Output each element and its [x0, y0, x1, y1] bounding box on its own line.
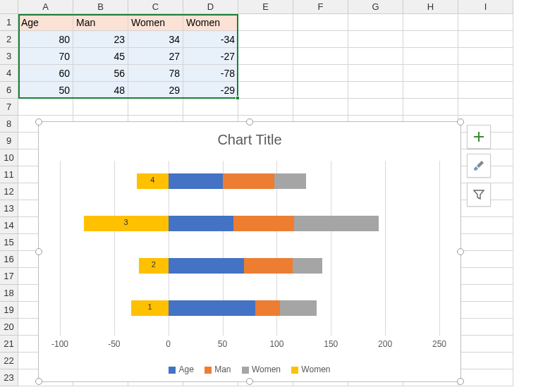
- selection-fill-handle[interactable]: [236, 96, 240, 100]
- empty-cell[interactable]: [238, 99, 293, 116]
- empty-cell[interactable]: [348, 48, 403, 65]
- empty-cell[interactable]: [458, 285, 513, 302]
- row-header-20[interactable]: 20: [0, 319, 18, 336]
- cell-C1[interactable]: Women: [128, 14, 183, 31]
- chart-resize-handle[interactable]: [457, 248, 464, 255]
- chart-resize-handle[interactable]: [457, 118, 464, 125]
- cell-C3[interactable]: 27: [128, 48, 183, 65]
- chart-title[interactable]: Chart Title: [39, 132, 460, 148]
- row-header-17[interactable]: 17: [0, 268, 18, 285]
- empty-cell[interactable]: [458, 234, 513, 251]
- empty-cell[interactable]: [18, 99, 73, 116]
- cell-C4[interactable]: 78: [128, 65, 183, 82]
- chart-resize-handle[interactable]: [457, 378, 464, 385]
- col-header-G[interactable]: G: [348, 0, 403, 14]
- empty-cell[interactable]: [293, 82, 348, 99]
- select-all-corner[interactable]: [0, 0, 18, 14]
- col-header-B[interactable]: B: [73, 0, 128, 14]
- chart-elements-button[interactable]: [467, 125, 491, 149]
- chart-object[interactable]: Chart Title 4 3: [38, 121, 461, 382]
- cell-A1[interactable]: Age: [18, 14, 73, 31]
- col-header-C[interactable]: C: [128, 0, 183, 14]
- cell-D6[interactable]: -29: [183, 82, 238, 99]
- empty-cell[interactable]: [238, 31, 293, 48]
- cell-D3[interactable]: -27: [183, 48, 238, 65]
- cell-C2[interactable]: 34: [128, 31, 183, 48]
- chart-filters-button[interactable]: [467, 183, 491, 207]
- empty-cell[interactable]: [458, 268, 513, 285]
- empty-cell[interactable]: [458, 217, 513, 234]
- empty-cell[interactable]: [403, 14, 458, 31]
- empty-cell[interactable]: [238, 82, 293, 99]
- empty-cell[interactable]: [458, 14, 513, 31]
- row-header-22[interactable]: 22: [0, 353, 18, 369]
- empty-cell[interactable]: [458, 369, 513, 386]
- cell-B3[interactable]: 45: [73, 48, 128, 65]
- col-header-E[interactable]: E: [238, 0, 293, 14]
- plot-area[interactable]: 4 3 2: [60, 161, 439, 336]
- col-header-D[interactable]: D: [183, 0, 238, 14]
- empty-cell[interactable]: [403, 99, 458, 116]
- empty-cell[interactable]: [458, 336, 513, 353]
- row-header-8[interactable]: 8: [0, 116, 18, 133]
- cell-A6[interactable]: 50: [18, 82, 73, 99]
- row-header-21[interactable]: 21: [0, 336, 18, 353]
- empty-cell[interactable]: [458, 82, 513, 99]
- col-header-F[interactable]: F: [293, 0, 348, 14]
- row-header-10[interactable]: 10: [0, 149, 18, 166]
- empty-cell[interactable]: [458, 48, 513, 65]
- empty-cell[interactable]: [293, 99, 348, 116]
- cell-B2[interactable]: 23: [73, 31, 128, 48]
- row-header-14[interactable]: 14: [0, 217, 18, 234]
- empty-cell[interactable]: [403, 82, 458, 99]
- chart-resize-handle[interactable]: [35, 118, 42, 125]
- row-header-1[interactable]: 1: [0, 14, 18, 31]
- row-header-2[interactable]: 2: [0, 31, 18, 48]
- cell-A3[interactable]: 70: [18, 48, 73, 65]
- empty-cell[interactable]: [238, 65, 293, 82]
- chart-resize-handle[interactable]: [35, 248, 42, 255]
- empty-cell[interactable]: [458, 353, 513, 369]
- empty-cell[interactable]: [348, 14, 403, 31]
- cell-D2[interactable]: -34: [183, 31, 238, 48]
- empty-cell[interactable]: [403, 31, 458, 48]
- empty-cell[interactable]: [348, 65, 403, 82]
- row-header-15[interactable]: 15: [0, 234, 18, 251]
- chart-legend[interactable]: Age Man Women Women: [39, 365, 460, 374]
- row-header-3[interactable]: 3: [0, 48, 18, 65]
- row-header-9[interactable]: 9: [0, 133, 18, 149]
- cell-A2[interactable]: 80: [18, 31, 73, 48]
- chart-resize-handle[interactable]: [246, 118, 253, 125]
- row-header-6[interactable]: 6: [0, 82, 18, 99]
- row-header-23[interactable]: 23: [0, 369, 18, 386]
- empty-cell[interactable]: [293, 48, 348, 65]
- empty-cell[interactable]: [458, 302, 513, 319]
- empty-cell[interactable]: [403, 65, 458, 82]
- empty-cell[interactable]: [293, 14, 348, 31]
- col-header-H[interactable]: H: [403, 0, 458, 14]
- empty-cell[interactable]: [73, 99, 128, 116]
- empty-cell[interactable]: [293, 65, 348, 82]
- empty-cell[interactable]: [458, 319, 513, 336]
- row-header-16[interactable]: 16: [0, 251, 18, 268]
- chart-styles-button[interactable]: [467, 154, 491, 178]
- empty-cell[interactable]: [458, 99, 513, 116]
- empty-cell[interactable]: [348, 99, 403, 116]
- empty-cell[interactable]: [238, 14, 293, 31]
- row-header-4[interactable]: 4: [0, 65, 18, 82]
- cell-B4[interactable]: 56: [73, 65, 128, 82]
- row-header-7[interactable]: 7: [0, 99, 18, 116]
- row-header-19[interactable]: 19: [0, 302, 18, 319]
- row-header-12[interactable]: 12: [0, 183, 18, 200]
- row-header-18[interactable]: 18: [0, 285, 18, 302]
- empty-cell[interactable]: [458, 65, 513, 82]
- cell-B1[interactable]: Man: [73, 14, 128, 31]
- chart-resize-handle[interactable]: [246, 378, 253, 385]
- cell-D4[interactable]: -78: [183, 65, 238, 82]
- empty-cell[interactable]: [458, 251, 513, 268]
- col-header-A[interactable]: A: [18, 0, 73, 14]
- chart-resize-handle[interactable]: [35, 378, 42, 385]
- empty-cell[interactable]: [293, 31, 348, 48]
- cell-B6[interactable]: 48: [73, 82, 128, 99]
- empty-cell[interactable]: [128, 99, 183, 116]
